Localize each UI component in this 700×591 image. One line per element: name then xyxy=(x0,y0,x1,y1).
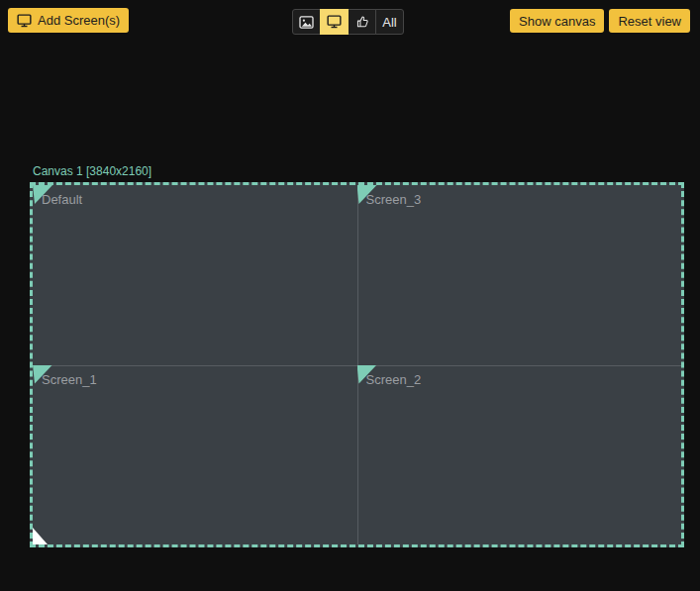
monitor-icon xyxy=(17,14,32,28)
monitor-icon xyxy=(327,15,342,29)
view-actions: Show canvas Reset view xyxy=(510,9,690,33)
view-filter-group: All xyxy=(292,9,404,35)
toolbar: Add Screen(s) xyxy=(0,0,700,42)
screen-name: Screen_1 xyxy=(42,372,97,387)
screen-name: Screen_2 xyxy=(366,372,422,387)
screen-1[interactable]: Screen_1 xyxy=(33,365,357,545)
screen-name: Screen_3 xyxy=(366,192,422,207)
filter-images-button[interactable] xyxy=(292,9,321,35)
filter-all-button[interactable]: All xyxy=(375,9,404,35)
screen-default[interactable]: Default xyxy=(33,185,357,365)
reset-view-button[interactable]: Reset view xyxy=(609,9,690,33)
add-screens-label: Add Screen(s) xyxy=(38,13,120,28)
show-canvas-button[interactable]: Show canvas xyxy=(510,9,604,33)
canvas-area[interactable]: Default Screen_3 Screen_1 Screen_2 xyxy=(30,182,684,547)
canvas-title: Canvas 1 [3840x2160] xyxy=(33,164,151,178)
screen-3[interactable]: Screen_3 xyxy=(357,185,682,365)
filter-screens-button[interactable] xyxy=(320,9,349,35)
screen-2[interactable]: Screen_2 xyxy=(357,365,682,545)
screen-name: Default xyxy=(42,192,82,207)
image-icon xyxy=(299,16,314,29)
thumbs-up-icon xyxy=(355,15,369,29)
add-screens-button[interactable]: Add Screen(s) xyxy=(8,8,129,33)
filter-favorites-button[interactable] xyxy=(348,9,376,35)
